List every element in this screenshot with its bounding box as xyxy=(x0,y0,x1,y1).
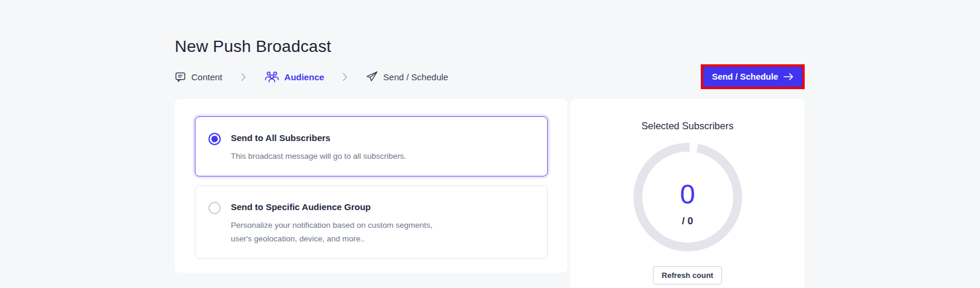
option-description: Personalize your notification based on c… xyxy=(231,219,432,246)
paper-plane-icon xyxy=(366,71,378,83)
option-title: Send to All Subscribers xyxy=(231,132,406,143)
main-content: Send to All Subscribers This broadcast m… xyxy=(175,99,805,288)
option-title: Send to Specific Audience Group xyxy=(231,201,432,212)
refresh-count-button[interactable]: Refresh count xyxy=(653,266,722,284)
users-icon xyxy=(264,71,279,83)
step-content-label: Content xyxy=(191,72,223,82)
comment-icon xyxy=(175,71,186,83)
radio-specific-audience-group[interactable] xyxy=(208,202,221,214)
step-send-schedule-label: Send / Schedule xyxy=(383,72,448,82)
option-card-all-subscribers[interactable]: Send to All Subscribers This broadcast m… xyxy=(195,116,548,176)
subscriber-count-total: / 0 xyxy=(682,215,693,227)
annotation-highlight-box: Send / Schedule xyxy=(701,64,805,89)
radio-all-subscribers[interactable] xyxy=(208,133,221,145)
option-description-line1: Personalize your notification based on c… xyxy=(231,219,432,232)
arrow-right-icon xyxy=(783,73,793,80)
step-audience-label: Audience xyxy=(285,72,325,82)
donut-hole: 0 / 0 xyxy=(642,152,733,243)
option-description: This broadcast message will go to all su… xyxy=(231,150,406,163)
chevron-right-icon xyxy=(342,73,348,81)
subscriber-count-donut: 0 / 0 xyxy=(633,143,742,251)
wizard-header: Content Audience xyxy=(175,63,805,90)
donut-inner: 0 / 0 xyxy=(680,181,695,227)
step-audience[interactable]: Audience xyxy=(264,71,325,83)
option-description-line2: user's geolocation, device, and more.. xyxy=(231,233,432,246)
selected-subscribers-panel: Selected Subscribers 0 / 0 Refresh count xyxy=(570,99,805,288)
send-schedule-button[interactable]: Send / Schedule xyxy=(703,67,802,87)
option-card-specific-audience-group[interactable]: Send to Specific Audience Group Personal… xyxy=(195,185,548,259)
audience-options-panel: Send to All Subscribers This broadcast m… xyxy=(175,99,567,273)
selected-subscribers-heading: Selected Subscribers xyxy=(642,120,734,132)
step-content[interactable]: Content xyxy=(175,71,223,83)
subscriber-count-value: 0 xyxy=(680,181,695,208)
send-schedule-button-label: Send / Schedule xyxy=(712,72,778,81)
option-card-text: Send to All Subscribers This broadcast m… xyxy=(231,132,406,163)
step-send-schedule[interactable]: Send / Schedule xyxy=(366,71,448,83)
chevron-right-icon xyxy=(241,73,246,81)
page-title: New Push Broadcast xyxy=(175,37,331,56)
option-card-text: Send to Specific Audience Group Personal… xyxy=(231,201,432,246)
new-push-broadcast-page: New Push Broadcast Content xyxy=(0,0,980,288)
